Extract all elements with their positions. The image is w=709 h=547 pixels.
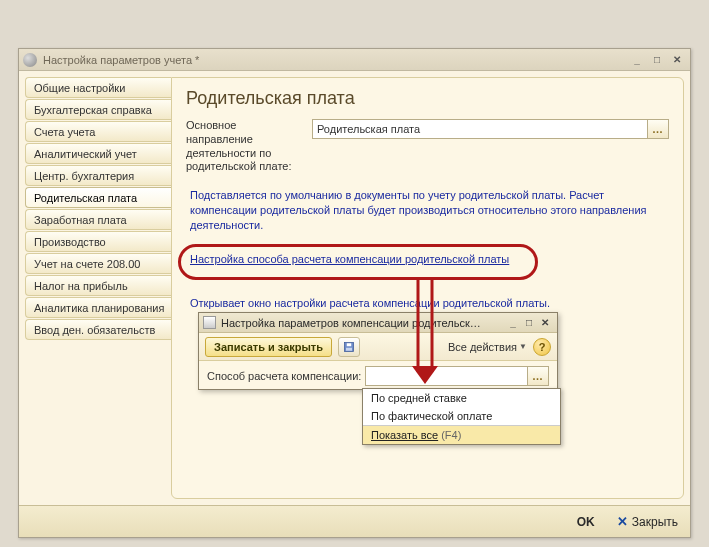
help-text-link: Открывает окно настройки расчета компенс… [190, 297, 665, 309]
write-and-close-label: Записать и закрыть [214, 341, 323, 353]
footer-bar: OK ✕ Закрыть [19, 505, 690, 537]
sidebar-item-label: Учет на счете 208.00 [34, 258, 140, 270]
page-title: Родительская плата [186, 88, 669, 109]
floppy-icon [343, 341, 355, 353]
sub-minimize-button[interactable]: _ [505, 316, 521, 329]
sub-close-button[interactable]: ✕ [537, 316, 553, 329]
compensation-method-input[interactable] [365, 366, 527, 386]
show-all-shortcut: (F4) [441, 429, 461, 441]
sidebar-item-label: Родительская плата [34, 192, 137, 204]
main-activity-select-button[interactable]: … [647, 119, 669, 139]
subwindow-body: Способ расчета компенсации: … [199, 361, 557, 391]
sidebar-item-profit-tax[interactable]: Налог на прибыль [25, 275, 171, 296]
window-title: Настройка параметров учета * [43, 54, 199, 66]
compensation-method-label: Способ расчета компенсации: [207, 370, 361, 382]
compensation-method-dropdown: По средней ставке По фактической оплате … [362, 388, 561, 445]
chevron-down-icon: ▼ [519, 342, 527, 351]
dropdown-option-avg-rate[interactable]: По средней ставке [363, 389, 560, 407]
minimize-button[interactable]: _ [628, 53, 646, 67]
app-icon [23, 53, 37, 67]
subwindow-titlebar: Настройка параметров компенсации родител… [199, 313, 557, 333]
sidebar-item-label: Общие настройки [34, 82, 125, 94]
sub-maximize-button[interactable]: □ [521, 316, 537, 329]
sidebar-item-label: Центр. бухгалтерия [34, 170, 134, 182]
svg-rect-1 [347, 343, 352, 346]
sidebar-item-accounts[interactable]: Счета учета [25, 121, 171, 142]
titlebar: Настройка параметров учета * _ □ ✕ [19, 49, 690, 71]
sidebar-item-parent-fee[interactable]: Родительская плата [25, 187, 171, 208]
close-button[interactable]: ✕ Закрыть [617, 514, 678, 529]
compensation-settings-link[interactable]: Настройка способа расчета компенсации ро… [190, 253, 509, 265]
sidebar-item-label: Аналитика планирования [34, 302, 164, 314]
all-actions-label: Все действия [448, 341, 517, 353]
sidebar-item-analytic[interactable]: Аналитический учет [25, 143, 171, 164]
sidebar-item-label: Счета учета [34, 126, 95, 138]
sidebar-item-account-208[interactable]: Учет на счете 208.00 [25, 253, 171, 274]
help-button[interactable]: ? [533, 338, 551, 356]
main-activity-input[interactable] [312, 119, 647, 139]
svg-rect-2 [346, 347, 352, 350]
window-body: Общие настройки Бухгалтерская справка Сч… [19, 71, 690, 505]
sidebar: Общие настройки Бухгалтерская справка Сч… [19, 71, 171, 505]
close-window-button[interactable]: ✕ [668, 53, 686, 67]
all-actions-dropdown[interactable]: Все действия ▼ [448, 341, 527, 353]
sidebar-item-label: Бухгалтерская справка [34, 104, 152, 116]
settings-window: Настройка параметров учета * _ □ ✕ Общие… [18, 48, 691, 538]
dropdown-option-actual-payment[interactable]: По фактической оплате [363, 407, 560, 425]
sidebar-item-salary[interactable]: Заработная плата [25, 209, 171, 230]
sidebar-item-central-buh[interactable]: Центр. бухгалтерия [25, 165, 171, 186]
sidebar-item-general[interactable]: Общие настройки [25, 77, 171, 98]
save-button[interactable] [338, 337, 360, 357]
close-button-label: Закрыть [632, 515, 678, 529]
document-icon [203, 316, 216, 329]
sidebar-item-label: Заработная плата [34, 214, 127, 226]
close-icon: ✕ [617, 514, 628, 529]
main-activity-label: Основное направление деятельности по род… [186, 119, 306, 174]
sidebar-item-production[interactable]: Производство [25, 231, 171, 252]
main-activity-input-wrap: … [312, 119, 669, 139]
show-all-label: Показать все [371, 429, 438, 441]
ok-button[interactable]: OK [569, 512, 603, 532]
help-text-default: Подставляется по умолчанию в документы п… [190, 188, 665, 233]
sidebar-item-buh-spravka[interactable]: Бухгалтерская справка [25, 99, 171, 120]
sidebar-item-label: Ввод ден. обязательств [34, 324, 155, 336]
compensation-subwindow: Настройка параметров компенсации родител… [198, 312, 558, 390]
subwindow-title: Настройка параметров компенсации родител… [221, 317, 481, 329]
sidebar-item-money-oblig[interactable]: Ввод ден. обязательств [25, 319, 171, 340]
sidebar-item-label: Производство [34, 236, 106, 248]
write-and-close-button[interactable]: Записать и закрыть [205, 337, 332, 357]
sidebar-item-label: Налог на прибыль [34, 280, 128, 292]
compensation-method-input-wrap: … [365, 366, 549, 386]
main-activity-row: Основное направление деятельности по род… [186, 119, 669, 174]
sidebar-item-planning-analytics[interactable]: Аналитика планирования [25, 297, 171, 318]
maximize-button[interactable]: □ [648, 53, 666, 67]
subwindow-toolbar: Записать и закрыть Все действия ▼ ? [199, 333, 557, 361]
sidebar-item-label: Аналитический учет [34, 148, 137, 160]
compensation-method-select-button[interactable]: … [527, 366, 549, 386]
dropdown-show-all[interactable]: Показать все (F4) [363, 426, 560, 444]
